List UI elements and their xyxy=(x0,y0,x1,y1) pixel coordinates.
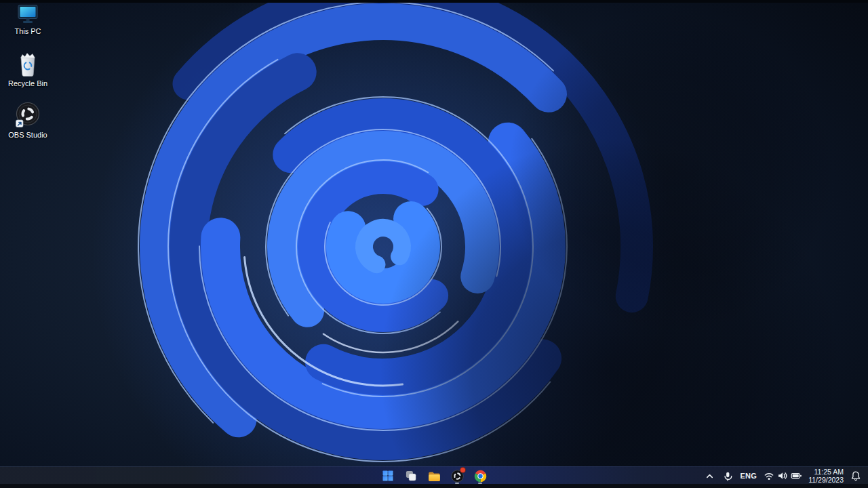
chrome-taskbar-button[interactable] xyxy=(471,467,489,485)
network-volume-battery-group[interactable] xyxy=(764,470,802,481)
system-tray: ENG 11:25 AM xyxy=(704,467,868,485)
microphone-icon xyxy=(722,471,732,481)
taskbar: ENG 11:25 AM xyxy=(0,466,868,484)
this-pc-icon xyxy=(16,4,40,25)
start-button[interactable] xyxy=(379,467,397,485)
desktop-icon-recycle-bin[interactable]: Recycle Bin xyxy=(3,50,53,87)
desktop-icon-obs-studio[interactable]: OBS Studio xyxy=(3,101,53,139)
desktop-screen: This PC Recycle Bin xyxy=(0,0,868,488)
volume-icon xyxy=(777,470,788,481)
chrome-icon xyxy=(473,469,488,483)
notification-center-button[interactable] xyxy=(850,468,862,484)
language-indicator[interactable]: ENG xyxy=(739,468,757,484)
file-explorer-button[interactable] xyxy=(425,467,443,485)
show-hidden-icons-button[interactable] xyxy=(704,468,715,484)
desktop-icon-label: This PC xyxy=(14,27,41,35)
clock-time: 11:25 AM xyxy=(814,468,844,476)
bloom-wallpaper-art xyxy=(0,3,868,484)
task-view-button[interactable] xyxy=(402,467,420,485)
recording-badge xyxy=(460,467,466,473)
taskbar-center xyxy=(379,467,489,485)
desktop-wallpaper xyxy=(0,3,868,484)
obs-studio-taskbar-button[interactable] xyxy=(448,467,466,485)
notification-bell-icon xyxy=(850,470,861,481)
battery-icon xyxy=(791,470,802,481)
desktop-icon-label: OBS Studio xyxy=(8,131,47,139)
taskbar-clock[interactable]: 11:25 AM 11/29/2023 xyxy=(808,468,844,484)
task-view-icon xyxy=(404,469,418,483)
file-explorer-icon xyxy=(427,469,441,483)
recycle-bin-icon xyxy=(16,50,40,77)
letterbox-bottom xyxy=(0,484,868,488)
desktop-icon-this-pc[interactable]: This PC xyxy=(3,4,53,35)
clock-date: 11/29/2023 xyxy=(808,476,844,484)
chevron-up-icon xyxy=(705,471,715,481)
obs-studio-icon xyxy=(14,101,41,129)
microphone-tray-button[interactable] xyxy=(722,468,733,484)
wifi-icon xyxy=(764,470,774,481)
start-icon xyxy=(381,469,395,483)
desktop-icon-label: Recycle Bin xyxy=(8,79,47,87)
